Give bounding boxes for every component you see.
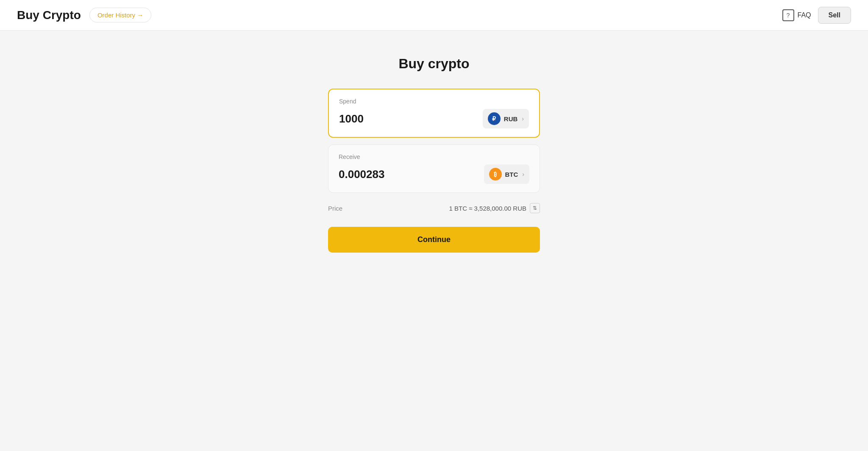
page-title: Buy Crypto <box>17 8 81 22</box>
receive-label: Receive <box>339 153 529 160</box>
sell-button[interactable]: Sell <box>818 7 851 24</box>
spend-chevron-icon: › <box>522 115 524 122</box>
receive-card: Receive 0.000283 ₿ BTC › <box>328 145 540 193</box>
header-left: Buy Crypto Order History → <box>17 8 151 22</box>
price-row: Price 1 BTC ≈ 3,528,000.00 RUB ⇅ <box>328 200 540 217</box>
faq-icon: ? <box>782 9 794 21</box>
spend-currency-selector[interactable]: ₽ RUB › <box>483 109 529 128</box>
btc-icon: ₿ <box>489 168 502 181</box>
swap-icon[interactable]: ⇅ <box>530 203 540 213</box>
rub-icon: ₽ <box>488 112 501 125</box>
spend-value[interactable]: 1000 <box>339 112 364 125</box>
price-value-container: 1 BTC ≈ 3,528,000.00 RUB ⇅ <box>449 203 540 213</box>
main-content: Buy crypto Spend 1000 ₽ RUB › Receive 0.… <box>0 31 868 278</box>
continue-button[interactable]: Continue <box>328 227 540 253</box>
spend-label: Spend <box>339 98 529 105</box>
receive-value: 0.000283 <box>339 168 384 181</box>
order-history-button[interactable]: Order History → <box>89 8 151 22</box>
header: Buy Crypto Order History → ? FAQ Sell <box>0 0 868 31</box>
price-value: 1 BTC ≈ 3,528,000.00 RUB <box>449 205 527 212</box>
form-container: Spend 1000 ₽ RUB › Receive 0.000283 ₿ <box>328 89 540 253</box>
price-label: Price <box>328 205 342 212</box>
receive-currency-name: BTC <box>505 171 518 178</box>
header-right: ? FAQ Sell <box>782 7 851 24</box>
spend-currency-name: RUB <box>504 115 518 122</box>
spend-row: 1000 ₽ RUB › <box>339 109 529 128</box>
faq-button[interactable]: ? FAQ <box>782 9 811 21</box>
spend-card: Spend 1000 ₽ RUB › <box>328 89 540 138</box>
form-title: Buy crypto <box>398 56 469 72</box>
receive-row: 0.000283 ₿ BTC › <box>339 164 529 184</box>
faq-label: FAQ <box>798 11 811 19</box>
receive-chevron-icon: › <box>522 171 524 178</box>
receive-currency-selector[interactable]: ₿ BTC › <box>484 164 530 184</box>
